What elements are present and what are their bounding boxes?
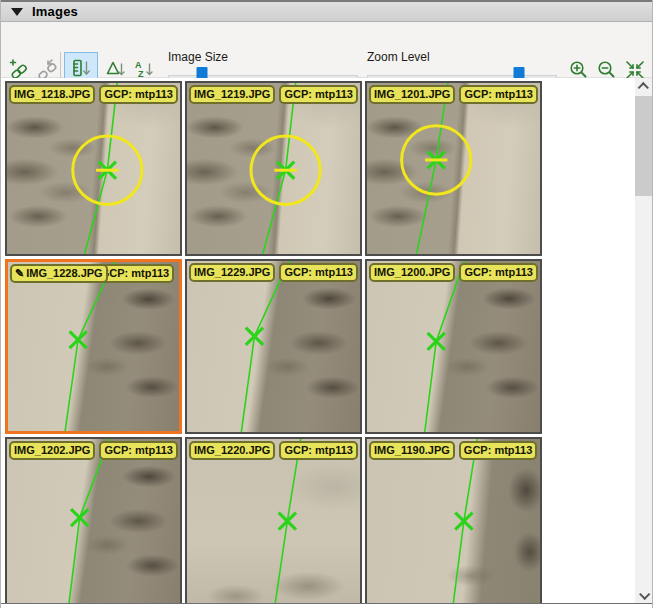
thumbnail-grid: ✎IMG_1218.JPG GCP: mtp113 ✎IMG_1219.JPG … — [5, 81, 542, 603]
image-name-badge: ✎IMG_1200.JPG — [369, 263, 455, 282]
image-name-badge: ✎IMG_1202.JPG — [9, 441, 95, 460]
panel-title: Images — [32, 4, 78, 19]
image-tile[interactable]: ✎IMG_1202.JPG GCP: mtp113 — [5, 437, 182, 603]
scrollbar-thumb[interactable] — [635, 96, 652, 196]
image-tile[interactable]: ✎IMG_1200.JPG GCP: mtp113 — [365, 259, 542, 434]
marker-overlay — [187, 83, 360, 254]
zoom-level-label: Zoom Level — [367, 50, 430, 64]
image-tile[interactable]: ✎IMG_1229.JPG GCP: mtp113 — [185, 259, 362, 434]
image-name-badge: ✎IMG_1228.JPG — [10, 264, 108, 283]
image-name-badge: ✎IMG_1229.JPG — [189, 263, 275, 282]
unlink-markers-icon — [37, 58, 59, 80]
gcp-badge: GCP: mtp113 — [459, 263, 537, 282]
marker-overlay — [187, 261, 360, 432]
toolbar: A Z Image Size Zoom Level — [1, 22, 652, 78]
image-name-badge: ✎IMG_1190.JPG — [369, 441, 455, 460]
image-name-badge: ✎IMG_1220.JPG — [189, 441, 275, 460]
marker-overlay — [187, 439, 360, 603]
scroll-up-button[interactable] — [635, 78, 652, 95]
link-markers-icon — [9, 58, 31, 80]
marker-overlay — [367, 83, 540, 254]
image-name-badge: ✎IMG_1219.JPG — [189, 85, 275, 104]
gcp-projection-line — [241, 261, 291, 432]
image-name-badge: ✎IMG_1218.JPG — [9, 85, 95, 104]
gcp-projection-line — [83, 83, 118, 254]
sort-by-name-icon: A Z — [133, 58, 155, 80]
gcp-badge: GCP: mtp113 — [279, 441, 357, 460]
image-tile[interactable]: ✎IMG_1218.JPG GCP: mtp113 — [5, 81, 182, 256]
image-tile[interactable]: ✎IMG_1219.JPG GCP: mtp113 — [185, 81, 362, 256]
image-tile[interactable]: ✎IMG_1220.JPG GCP: mtp113 — [185, 437, 362, 603]
svg-text:Z: Z — [138, 69, 144, 79]
marker-overlay — [367, 439, 540, 603]
marker-overlay — [8, 262, 179, 431]
marker-overlay — [367, 261, 540, 432]
gcp-badge: GCP: mtp113 — [459, 441, 537, 460]
image-tile[interactable]: ✎IMG_1201.JPG GCP: mtp113 — [365, 81, 542, 256]
thumbnail-area: ✎IMG_1218.JPG GCP: mtp113 ✎IMG_1219.JPG … — [1, 78, 637, 603]
edit-pencil-icon: ✎ — [15, 267, 24, 279]
gcp-badge: GCP: mtp113 — [99, 441, 177, 460]
collapse-triangle-icon[interactable] — [11, 8, 23, 16]
sort-by-error-icon — [105, 58, 127, 80]
sort-by-size-icon — [70, 58, 92, 80]
chevron-up-icon — [637, 82, 648, 93]
image-size-label: Image Size — [168, 50, 228, 64]
images-panel: Images — [0, 0, 653, 608]
image-name-badge: ✎IMG_1201.JPG — [369, 85, 455, 104]
marker-overlay — [7, 83, 180, 254]
gcp-badge: GCP: mtp113 — [99, 85, 177, 104]
gcp-badge: GCP: mtp113 — [279, 263, 357, 282]
panel-bottom-border — [1, 603, 652, 604]
gcp-badge: GCP: mtp113 — [459, 85, 537, 104]
marker-overlay — [7, 439, 180, 603]
chevron-down-icon — [639, 588, 650, 599]
scroll-down-button[interactable] — [635, 586, 652, 603]
gcp-projection-line — [261, 83, 296, 254]
panel-header[interactable]: Images — [1, 0, 652, 22]
vertical-scrollbar[interactable] — [635, 78, 652, 603]
image-tile[interactable]: ✎IMG_1190.JPG GCP: mtp113 — [365, 437, 542, 603]
image-tile-selected[interactable]: ✎IMG_1228.JPG GCP: mtp113 — [5, 259, 182, 434]
gcp-badge: GCP: mtp113 — [279, 85, 357, 104]
